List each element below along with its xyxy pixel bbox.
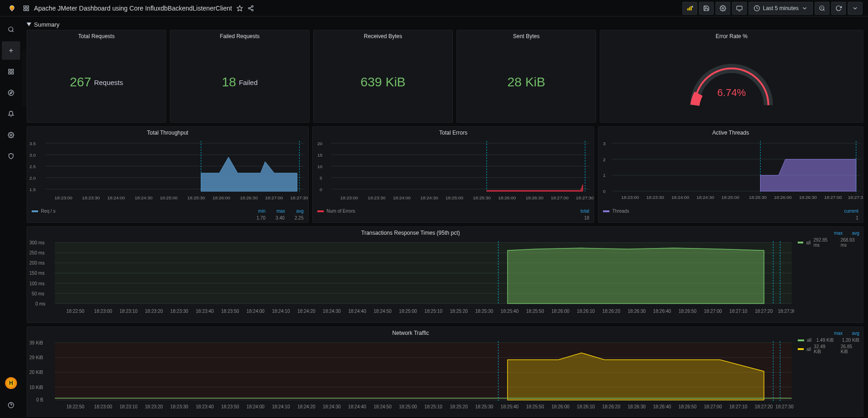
dashboard-icon — [23, 5, 29, 11]
svg-point-21 — [9, 27, 13, 31]
svg-text:18:25:00: 18:25:00 — [445, 195, 463, 200]
svg-text:3.5: 3.5 — [29, 141, 36, 146]
panel-total-requests[interactable]: Total Requests 267Requests — [27, 30, 166, 123]
svg-text:18:25:50: 18:25:50 — [526, 309, 544, 314]
tv-mode-button[interactable] — [732, 2, 747, 15]
svg-text:50 ms: 50 ms — [32, 291, 44, 296]
svg-text:0: 0 — [603, 189, 606, 194]
gauge-chart — [681, 50, 782, 114]
gauge-value: 6.74% — [717, 87, 746, 99]
svg-text:18:26:00: 18:26:00 — [774, 195, 792, 200]
panel-title: Received Bytes — [314, 30, 452, 42]
zoom-out-button[interactable] — [815, 2, 829, 15]
svg-text:18:24:50: 18:24:50 — [373, 404, 392, 409]
panel-total-errors[interactable]: Total Errors 20151050 18:23:0018:23:3018… — [312, 126, 594, 223]
svg-text:18:24:30: 18:24:30 — [323, 404, 341, 409]
share-icon[interactable] — [248, 5, 254, 11]
svg-text:18:27:00: 18:27:00 — [265, 195, 283, 200]
svg-text:20: 20 — [317, 141, 323, 146]
svg-rect-12 — [691, 6, 692, 10]
row-summary-header[interactable]: Summary — [27, 19, 863, 30]
add-panel-button[interactable]: + — [682, 2, 697, 15]
sidebar-admin[interactable] — [2, 147, 20, 165]
sidebar-create[interactable] — [2, 41, 20, 60]
row-title: Summary — [34, 21, 60, 28]
svg-line-22 — [12, 31, 14, 32]
settings-button[interactable] — [716, 2, 730, 15]
svg-text:18:23:00: 18:23:00 — [55, 195, 73, 200]
svg-rect-1 — [27, 6, 28, 7]
panel-active-threads[interactable]: Active Threads 3210 18:23:0018:23:3018:2… — [598, 126, 863, 223]
refresh-interval-button[interactable] — [848, 2, 862, 15]
svg-text:18:27:10: 18:27:10 — [729, 309, 748, 314]
main-content: Summary Total Requests 267Requests Faile… — [22, 17, 868, 418]
refresh-button[interactable] — [831, 2, 846, 15]
svg-line-8 — [250, 6, 252, 7]
svg-text:5: 5 — [320, 175, 322, 181]
svg-point-5 — [252, 6, 254, 7]
svg-text:18:23:10: 18:23:10 — [119, 404, 138, 409]
panel-title: Sent Bytes — [457, 30, 596, 42]
svg-text:18:27:10: 18:27:10 — [729, 404, 748, 409]
sidebar-config[interactable] — [2, 126, 20, 144]
svg-text:18:24:30: 18:24:30 — [323, 309, 341, 314]
svg-text:18:26:40: 18:26:40 — [653, 309, 671, 314]
response-times-chart: 300 ms250 ms200 ms150 ms100 ms50 ms0 ms … — [27, 239, 794, 317]
svg-text:18:27:30: 18:27:30 — [778, 309, 794, 314]
sidebar-help[interactable] — [2, 396, 20, 414]
svg-marker-91 — [761, 159, 857, 192]
svg-text:100 ms: 100 ms — [29, 281, 45, 286]
sidebar-explore[interactable] — [2, 84, 20, 102]
chevron-down-icon — [852, 5, 858, 11]
svg-text:18:24:10: 18:24:10 — [272, 404, 290, 409]
svg-text:18:25:30: 18:25:30 — [187, 195, 205, 200]
svg-text:1.5: 1.5 — [29, 187, 36, 192]
svg-text:18:26:00: 18:26:00 — [552, 404, 570, 409]
svg-text:20 KiB: 20 KiB — [29, 370, 43, 375]
sidebar-search[interactable] — [2, 20, 20, 39]
svg-text:18:23:50: 18:23:50 — [221, 404, 239, 409]
svg-text:18:25:00: 18:25:00 — [399, 309, 417, 314]
svg-rect-28 — [11, 72, 13, 74]
sidebar-user[interactable]: H — [2, 374, 20, 392]
svg-text:18:26:30: 18:26:30 — [628, 309, 646, 314]
panel-received-bytes[interactable]: Received Bytes 639 KiB — [313, 30, 453, 123]
svg-marker-30 — [10, 92, 12, 94]
time-range-picker[interactable]: Last 5 minutes — [749, 2, 813, 15]
svg-text:18:25:00: 18:25:00 — [399, 404, 417, 409]
stat-value: 267 — [70, 75, 91, 90]
svg-text:250 ms: 250 ms — [29, 250, 45, 255]
svg-text:18:23:20: 18:23:20 — [145, 309, 163, 314]
panel-title: Transactions Response Times (95th pct) — [27, 227, 794, 239]
save-button[interactable] — [699, 2, 714, 15]
svg-text:0: 0 — [320, 187, 322, 192]
panel-failed-requests[interactable]: Failed Requests 18Failed — [170, 30, 310, 123]
svg-text:18:23:20: 18:23:20 — [145, 404, 163, 409]
panel-response-times[interactable]: Transactions Response Times (95th pct) 3… — [27, 226, 863, 323]
panel-sent-bytes[interactable]: Sent Bytes 28 KiB — [457, 30, 596, 123]
stat-suffix: Requests — [94, 79, 123, 86]
svg-text:18:23:00: 18:23:00 — [340, 195, 358, 200]
sidebar-alerting[interactable] — [2, 105, 20, 123]
legend: maxavg all292.85 ms268.93 ms — [794, 227, 863, 322]
svg-text:10: 10 — [317, 164, 323, 169]
sidebar-dashboards[interactable] — [2, 62, 20, 81]
svg-text:150 ms: 150 ms — [29, 271, 45, 276]
svg-rect-3 — [27, 9, 28, 11]
panel-network-traffic[interactable]: Network Traffic 39 KiB29 KiB20 KiB10 KiB… — [27, 327, 863, 417]
svg-text:18:26:10: 18:26:10 — [577, 309, 595, 314]
svg-text:18:24:40: 18:24:40 — [348, 404, 366, 409]
svg-text:18:25:30: 18:25:30 — [475, 309, 494, 314]
star-icon[interactable] — [237, 5, 243, 11]
svg-text:3.0: 3.0 — [29, 153, 36, 158]
svg-text:18:26:20: 18:26:20 — [602, 404, 620, 409]
svg-text:18:24:30: 18:24:30 — [135, 195, 152, 200]
legend: maxavg all1.49 KiB1.20 KiB all32.49 KiB2… — [794, 327, 863, 416]
panel-total-throughput[interactable]: Total Throughput 3.53.02.52.01.5 18:23:0… — [27, 126, 309, 223]
svg-text:18:23:30: 18:23:30 — [646, 195, 664, 200]
svg-text:18:24:00: 18:24:00 — [107, 195, 125, 200]
svg-rect-11 — [689, 7, 690, 10]
panel-error-rate[interactable]: Error Rate % 6.74% — [600, 30, 863, 123]
grafana-logo[interactable] — [6, 2, 18, 15]
svg-text:18:23:00: 18:23:00 — [94, 309, 113, 314]
